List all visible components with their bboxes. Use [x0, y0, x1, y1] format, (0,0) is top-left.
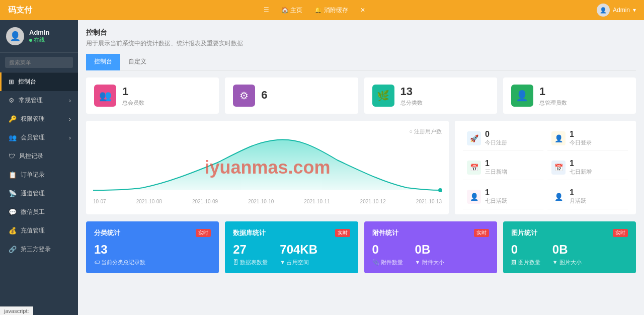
sidebar-label-wechat: 微信员工 — [21, 208, 45, 216]
user-menu[interactable]: 👤 Admin ▾ — [597, 4, 636, 17]
sidebar-label-thirdparty: 第三方登录 — [21, 245, 51, 254]
bottom-val-img-count: 0 🖼 图片数量 — [511, 243, 540, 266]
admins-icon: 👤 — [511, 85, 533, 107]
stats-row: 👥 1 总会员数 ⚙ 6 🌿 13 总分类数 — [86, 77, 636, 114]
bottom-val-cat-count: 13 🏷 当前分类总记录数 — [94, 243, 145, 266]
stat-info-admins: 1 总管理员数 — [539, 85, 567, 107]
user-dropdown-icon: ▾ — [633, 7, 636, 14]
sidebar-search — [0, 53, 78, 72]
chart-section: iyuanmas.com ○ 注册用户数 — [86, 121, 636, 214]
user-avatar-small: 👤 — [597, 4, 610, 17]
thirdparty-icon: 🔗 — [9, 246, 17, 253]
stat-value-settings: 6 — [261, 89, 267, 102]
bottom-title-cats: 分类统计 — [94, 228, 120, 238]
tabs: 控制台 自定义 — [86, 54, 636, 70]
members-icon: 👥 — [94, 85, 116, 107]
bottom-title-att: 附件统计 — [372, 228, 398, 238]
hamburger-button[interactable]: ☰ — [259, 5, 274, 16]
layout: 👤 Admin 在线 ⊞ 控制台 ⚙ 常规管理 — [0, 20, 644, 315]
sidebar-item-risk[interactable]: 🛡 风控记录 — [0, 147, 78, 166]
mini-val-7day: 1 — [570, 159, 592, 168]
space-num: 704KB — [280, 243, 317, 257]
sidebar-label-general: 常规管理 — [19, 96, 43, 105]
sidebar-label-risk: 风控记录 — [19, 152, 43, 161]
bottom-card-categories: 分类统计 实时 13 🏷 当前分类总记录数 — [86, 221, 219, 273]
bottom-card-images: 图片统计 实时 0 🖼 图片数量 0B ▼ 图片大小 — [503, 221, 636, 273]
login-icon: 👤 — [551, 131, 566, 145]
img-count-num: 0 — [511, 243, 540, 257]
bottom-val-img-size: 0B ▼ 图片大小 — [552, 243, 582, 266]
bottom-val-space: 704KB ▼ 占用空间 — [280, 243, 317, 266]
mini-stat-7day-active: 👤 1 七日活跃 — [463, 184, 543, 209]
cache-nav-item[interactable]: 🔔 消附缓存 — [309, 4, 353, 17]
wechat-icon: 💬 — [9, 208, 17, 216]
sidebar-item-member[interactable]: 👥 会员管理 › — [0, 128, 78, 147]
badge-live-att: 实时 — [474, 229, 489, 237]
bottom-val-att-size: 0B ▼ 附件大小 — [415, 243, 444, 266]
stat-info-members: 1 总会员数 — [122, 85, 144, 107]
sidebar-status: 在线 — [29, 36, 49, 44]
bottom-values-cats: 13 🏷 当前分类总记录数 — [94, 243, 211, 266]
bottom-card-header-db: 数据库统计 实时 — [233, 228, 350, 238]
mini-stat-today-register: 🚀 0 今日注册 — [463, 126, 543, 151]
sidebar: 👤 Admin 在线 ⊞ 控制台 ⚙ 常规管理 — [0, 20, 78, 315]
sidebar-item-channel[interactable]: 📡 通道管理 — [0, 184, 78, 203]
bottom-card-header-att: 附件统计 实时 — [372, 228, 489, 238]
cal7-icon: 📅 — [551, 161, 566, 175]
risk-icon: 🛡 — [9, 152, 15, 160]
chevron-right-icon-2: › — [69, 116, 71, 123]
mini-stat-7day-new: 📅 1 七日新增 — [547, 155, 628, 180]
sidebar-label-orders: 订单记录 — [21, 171, 45, 179]
tab-custom[interactable]: 自定义 — [120, 54, 154, 70]
page-desc: 用于展示当前系统中的统计数据、统计报表及重要实时数据 — [86, 39, 636, 48]
orders-icon: 📋 — [9, 171, 17, 179]
stat-value-admins: 1 — [539, 85, 567, 98]
search-input[interactable] — [5, 57, 73, 68]
sidebar-item-dashboard[interactable]: ⊞ 控制台 — [0, 72, 78, 91]
space-label: ▼ 占用空间 — [280, 259, 317, 266]
svg-point-0 — [438, 188, 442, 192]
sidebar-user-section: 👤 Admin 在线 — [0, 20, 78, 53]
page-title: 控制台 — [86, 28, 636, 37]
mini-val-7day-active: 1 — [485, 188, 507, 197]
status-bar: javascript: — [0, 306, 33, 315]
stat-card-settings: ⚙ 6 — [225, 77, 358, 114]
stat-info-categories: 13 总分类数 — [400, 85, 423, 107]
cal3-icon: 📅 — [467, 161, 481, 175]
username-label: Admin — [613, 7, 630, 14]
mini-stats-card: 🚀 0 今日注册 👤 1 今日登录 📅 1 — [455, 121, 636, 214]
bottom-title-db: 数据库统计 — [233, 228, 266, 238]
home-nav-item[interactable]: 🏠 主页 — [276, 4, 307, 17]
tables-num: 27 — [233, 243, 268, 257]
sidebar-menu: ⊞ 控制台 ⚙ 常规管理 › 🔑 权限管理 › 👥 — [0, 72, 78, 259]
chevron-right-icon-3: › — [69, 134, 71, 141]
sidebar-item-wechat[interactable]: 💬 微信员工 — [0, 203, 78, 221]
chart-x-axis: 10-07 2021-10-08 2021-10-09 2021-10-10 2… — [93, 199, 442, 204]
sidebar-label-member: 会员管理 — [21, 133, 45, 142]
categories-icon: 🌿 — [372, 85, 394, 107]
cat-count-num: 13 — [94, 243, 145, 257]
sidebar-item-recharge[interactable]: 💰 充值管理 — [0, 221, 78, 240]
mini-stat-3day-new: 📅 1 三日新增 — [463, 155, 543, 180]
stat-info-settings: 6 — [261, 89, 267, 103]
bottom-values-db: 27 🗄 数据表数量 704KB ▼ 占用空间 — [233, 243, 350, 266]
mini-val-3day: 1 — [485, 159, 507, 168]
stat-label-admins: 总管理员数 — [539, 99, 567, 107]
sidebar-item-orders[interactable]: 📋 订单记录 — [0, 166, 78, 184]
mini-val-today-login: 1 — [570, 130, 592, 139]
sidebar-item-general[interactable]: ⚙ 常规管理 › — [0, 91, 78, 110]
rocket-icon: 🚀 — [467, 131, 481, 145]
page-header: 控制台 用于展示当前系统中的统计数据、统计报表及重要实时数据 — [86, 28, 636, 48]
sidebar-username: Admin — [29, 29, 49, 36]
sidebar-label-dashboard: 控制台 — [18, 77, 36, 86]
mini-label-3day: 三日新增 — [485, 168, 507, 176]
stat-label-categories: 总分类数 — [400, 99, 423, 107]
close-nav-item[interactable]: ✕ — [355, 5, 370, 16]
usermonth-icon: 👤 — [551, 190, 566, 204]
sidebar-label-permission: 权限管理 — [21, 115, 45, 123]
bottom-values-img: 0 🖼 图片数量 0B ▼ 图片大小 — [511, 243, 628, 266]
mini-label-7day: 七日新增 — [570, 168, 592, 176]
sidebar-item-thirdparty[interactable]: 🔗 第三方登录 — [0, 240, 78, 259]
tab-dashboard[interactable]: 控制台 — [86, 54, 120, 70]
sidebar-item-permission[interactable]: 🔑 权限管理 › — [0, 110, 78, 128]
